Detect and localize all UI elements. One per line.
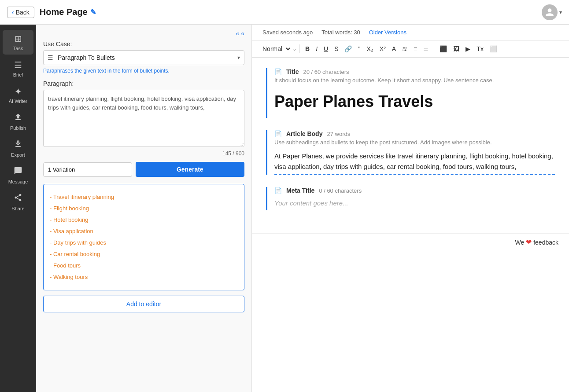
topbar-left: ‹ Back Home Page ✎ <box>7 7 96 18</box>
add-to-editor-button[interactable]: Add to editor <box>43 296 244 312</box>
insert-table-button[interactable]: ⬜ <box>487 44 500 54</box>
underline-button[interactable]: U <box>321 44 331 54</box>
article-word-count: 27 words <box>327 131 350 137</box>
publish-icon <box>14 113 22 124</box>
sidebar-item-task[interactable]: ⊞ Task <box>3 30 33 55</box>
sidebar-item-publish[interactable]: Publish <box>3 109 33 134</box>
editor-panel: Saved seconds ago Total words: 30 Older … <box>252 25 569 392</box>
title-section-header: 📄 Title 20 / 60 characters <box>274 68 555 75</box>
message-icon <box>14 166 22 177</box>
paragraph-textarea[interactable]: travel itinerary planning, flight bookin… <box>43 90 244 147</box>
list-item: - Food tours <box>50 260 238 271</box>
ordered-list-button[interactable]: ≡ <box>411 44 420 54</box>
older-versions-link[interactable]: Older Versions <box>369 29 406 36</box>
topbar: ‹ Back Home Page ✎ ▾ <box>0 0 569 25</box>
article-body-text[interactable]: At Paper Planes, we provide services lik… <box>274 151 555 175</box>
editor-toolbar: Normal ⌄ B I U S 🔗 " X₂ X² A ≋ ≡ ≣ ⬛ 🖼 ▶… <box>252 40 569 58</box>
sidebar-item-brief-label: Brief <box>13 72 23 77</box>
list-item: - Hotel booking <box>50 214 238 226</box>
meta-section-title: Meta Title <box>286 187 314 194</box>
collapse-button[interactable]: « « <box>236 30 244 37</box>
unordered-list-button[interactable]: ≣ <box>421 44 431 54</box>
edit-icon[interactable]: ✎ <box>90 8 96 16</box>
bold-button[interactable]: B <box>303 44 312 54</box>
clear-format-button[interactable]: Tx <box>474 44 486 54</box>
sidebar-item-ai-writer[interactable]: ✦ AI Writer <box>3 83 33 107</box>
sidebar-item-brief[interactable]: ☰ Brief <box>3 56 33 81</box>
page-main-title[interactable]: Paper Planes Travels <box>274 89 555 118</box>
title-section-title: Title <box>286 68 299 75</box>
feedback-bar: We ❤ feedback <box>252 233 569 251</box>
use-case-select[interactable]: Paragraph To Bullets <box>43 50 244 65</box>
title-section-icon: 📄 <box>274 68 282 75</box>
list-item: - Flight booking <box>50 203 238 214</box>
format-select[interactable]: Normal <box>259 43 292 55</box>
meta-placeholder[interactable]: Your content goes here... <box>274 196 555 210</box>
brief-icon: ☰ <box>14 60 22 70</box>
share-icon <box>14 193 22 204</box>
total-words: Total words: 30 <box>321 29 360 36</box>
user-avatar-area[interactable]: ▾ <box>542 4 562 20</box>
align-left-button[interactable]: ⬛ <box>437 44 450 54</box>
sidebar-item-message[interactable]: Message <box>3 163 33 188</box>
editor-topbar: Saved seconds ago Total words: 30 Older … <box>252 25 569 40</box>
use-case-description: Paraphrases the given text in the form o… <box>43 68 244 74</box>
avatar <box>542 4 558 20</box>
article-section-header: 📄 Article Body 27 words <box>274 130 555 137</box>
sidebar-item-message-label: Message <box>8 179 28 184</box>
list-item: - Travel itinerary planning <box>50 191 238 203</box>
controls-row: 1 Variation 2 Variations 3 Variations Ge… <box>43 162 244 177</box>
title-section: 📄 Title 20 / 60 characters It should foc… <box>266 68 555 118</box>
article-hint: Use subheadings and bullets to keep the … <box>274 139 555 146</box>
sidebar-item-task-label: Task <box>13 46 23 51</box>
title-char-count: 20 / 60 characters <box>303 69 349 75</box>
main-layout: ⊞ Task ☰ Brief ✦ AI Writer Publish Expor… <box>0 25 569 392</box>
results-box: - Travel itinerary planning- Flight book… <box>43 184 244 290</box>
ai-writer-icon: ✦ <box>15 86 22 97</box>
list-item: - Visa application <box>50 226 238 237</box>
insert-video-button[interactable]: ▶ <box>463 44 473 54</box>
superscript-button[interactable]: X² <box>377 44 388 54</box>
list-item: - Day trips with guides <box>50 237 238 249</box>
feedback-text-after: feedback <box>533 239 558 246</box>
saved-text: Saved seconds ago <box>262 29 313 36</box>
meta-section-icon: 📄 <box>274 187 282 194</box>
toolbar-separator-2 <box>434 44 434 53</box>
sidebar-item-publish-label: Publish <box>10 125 26 131</box>
sidebar-item-export-label: Export <box>11 152 25 158</box>
char-count: 145 / 900 <box>43 150 244 157</box>
title-hint: It should focus on the learning outcome.… <box>274 77 555 84</box>
task-icon: ⊞ <box>15 33 22 44</box>
meta-section-header: 📄 Meta Title 0 / 60 characters <box>274 187 555 194</box>
export-icon <box>14 139 22 150</box>
strikethrough-button[interactable]: S <box>332 44 341 54</box>
article-section: 📄 Article Body 27 words Use subheadings … <box>266 130 555 175</box>
sidebar-item-aiwriter-label: AI Writer <box>9 99 28 104</box>
paragraph-label: Paragraph: <box>43 80 244 87</box>
variation-select[interactable]: 1 Variation 2 Variations 3 Variations <box>43 162 132 177</box>
generate-button[interactable]: Generate <box>136 162 244 177</box>
quote-button[interactable]: " <box>355 44 363 54</box>
italic-button[interactable]: I <box>313 44 320 54</box>
sidebar-item-share-label: Share <box>11 206 24 211</box>
feedback-text-before: We <box>515 239 524 246</box>
highlight-button[interactable]: ≋ <box>399 44 410 54</box>
panel-header: « « <box>43 30 244 37</box>
sidebar-item-share[interactable]: Share <box>3 190 33 215</box>
sidebar-nav: ⊞ Task ☰ Brief ✦ AI Writer Publish Expor… <box>0 25 36 392</box>
sidebar-item-export[interactable]: Export <box>3 136 33 161</box>
meta-section: 📄 Meta Title 0 / 60 characters Your cont… <box>266 187 555 210</box>
back-button[interactable]: ‹ Back <box>7 7 34 18</box>
page-title: Home Page ✎ <box>40 7 96 17</box>
heart-icon: ❤ <box>526 238 532 246</box>
subscript-button[interactable]: X₂ <box>364 44 376 54</box>
link-button[interactable]: 🔗 <box>342 44 355 54</box>
avatar-chevron-icon: ▾ <box>559 9 562 15</box>
insert-image-button[interactable]: 🖼 <box>451 44 462 54</box>
list-item: - Car rental booking <box>50 249 238 260</box>
font-color-button[interactable]: A <box>389 44 399 54</box>
meta-char-count: 0 / 60 characters <box>319 187 362 194</box>
list-item: - Walking tours <box>50 271 238 283</box>
left-panel: « « Use Case: ☰ Paragraph To Bullets ▾ P… <box>36 25 252 392</box>
editor-content: 📄 Title 20 / 60 characters It should foc… <box>252 58 569 233</box>
